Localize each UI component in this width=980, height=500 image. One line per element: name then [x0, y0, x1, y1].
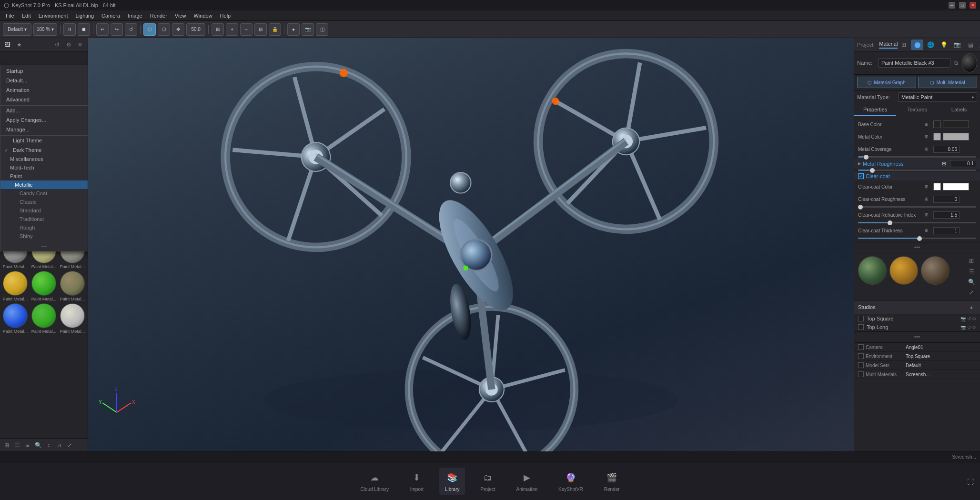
clearcoat-thickness-slider[interactable]: [858, 238, 976, 239]
metal-color-swatch[interactable]: [933, 133, 941, 140]
base-color-expand-btn[interactable]: ⊞: [922, 120, 931, 129]
undo-button[interactable]: ↩: [96, 23, 109, 36]
studio-checkbox-top-square[interactable]: [858, 316, 864, 321]
dropdown-default[interactable]: Default...: [0, 76, 88, 85]
preview-list-btn[interactable]: ☰: [967, 267, 976, 276]
clearcoat-checkbox[interactable]: ✓: [858, 173, 864, 179]
clearcoat-color-value[interactable]: [943, 183, 969, 190]
properties-more-btn[interactable]: •••: [913, 243, 921, 252]
clearcoat-color-expand-btn[interactable]: ⊞: [922, 182, 931, 191]
base-color-swatch[interactable]: [933, 120, 941, 128]
rp-tab-sphere[interactable]: ⬤: [911, 40, 923, 50]
material-duplicate-btn[interactable]: ⧉: [952, 58, 960, 68]
studio-camera-icon-2[interactable]: 📷: [960, 325, 966, 330]
dropdown-miscellaneous[interactable]: Miscellaneous: [0, 155, 88, 163]
left-panel-close-btn[interactable]: ✕: [75, 40, 85, 50]
studios-more-btn[interactable]: •••: [913, 333, 921, 341]
cam-checkbox-multimats[interactable]: [858, 371, 864, 377]
dropdown-light-theme[interactable]: Light Theme: [0, 135, 88, 145]
dropdown-traditional[interactable]: Traditional: [0, 215, 88, 223]
left-grid-view-btn[interactable]: ⊞: [2, 440, 11, 450]
left-tab-star[interactable]: ★: [14, 40, 24, 50]
material-name-input[interactable]: [878, 58, 950, 68]
dropdown-more[interactable]: •••: [0, 241, 88, 251]
move-button[interactable]: ✥: [172, 23, 184, 36]
preview-grid-btn[interactable]: ⊞: [967, 256, 976, 266]
metal-roughness-header[interactable]: ▶ Metal Roughness ⊞: [854, 159, 980, 169]
maximize-button[interactable]: □: [959, 2, 966, 9]
lock-camera-button[interactable]: 🔒: [269, 23, 281, 36]
clearcoat-refractive-expand-btn[interactable]: ⊞: [922, 210, 931, 220]
metal-coverage-slider[interactable]: [858, 156, 976, 158]
preview-sphere-forest[interactable]: [858, 256, 887, 285]
material-graph-button[interactable]: ⬡ Material Graph: [857, 77, 916, 88]
sub-tab-textures[interactable]: Textures: [896, 104, 938, 116]
rp-pin-btn[interactable]: 📌: [978, 40, 980, 49]
dropdown-advanced[interactable]: Advanced: [0, 95, 88, 104]
region-button[interactable]: ◫: [316, 23, 328, 36]
left-panel-settings-btn[interactable]: ⚙: [64, 40, 73, 50]
metal-coverage-expand-btn[interactable]: ⊞: [922, 144, 931, 154]
stop-button[interactable]: ⏹: [78, 23, 90, 36]
dropdown-apply-changes[interactable]: Apply Changes...: [0, 115, 88, 125]
left-filter-btn[interactable]: ⊿: [54, 440, 64, 450]
sub-tab-properties[interactable]: Properties: [854, 104, 896, 116]
metal-roughness-input[interactable]: [950, 160, 976, 167]
mat-type-dropdown[interactable]: Metallic Paint ▾: [898, 92, 977, 102]
clearcoat-header[interactable]: ✓ Clear-coat: [854, 172, 980, 180]
studio-checkbox-top-long[interactable]: [858, 324, 864, 330]
mat-item-gold2[interactable]: Paint Metal...: [2, 271, 29, 301]
menu-file[interactable]: File: [2, 12, 18, 20]
menu-camera[interactable]: Camera: [98, 12, 124, 20]
zoom-out-button[interactable]: −: [240, 23, 253, 36]
left-tab-image[interactable]: 🖼: [3, 40, 12, 50]
dropdown-add[interactable]: Add...: [0, 105, 88, 115]
bottom-tab-keyshotvr[interactable]: 🔮 KeyShotVR: [553, 468, 589, 495]
minimize-button[interactable]: ─: [949, 2, 955, 9]
menu-image[interactable]: Image: [124, 12, 146, 20]
render-mode-button[interactable]: ⬡: [143, 23, 156, 36]
left-search-btn[interactable]: 🔍: [33, 440, 43, 450]
bottom-tab-import[interactable]: ⬇ Import: [404, 468, 430, 495]
dropdown-candy-coat[interactable]: Candy Coat: [0, 189, 88, 198]
dropdown-startup[interactable]: Startup: [0, 66, 88, 76]
clearcoat-roughness-input[interactable]: [933, 196, 960, 203]
clearcoat-roughness-slider[interactable]: [858, 206, 976, 208]
grid-button[interactable]: ⊟: [254, 23, 267, 36]
mat-item-blue3[interactable]: Paint Metal...: [2, 303, 29, 334]
base-color-value[interactable]: [943, 120, 969, 128]
preview-sphere-rocky[interactable]: [921, 256, 950, 285]
cam-checkbox-environment[interactable]: [858, 353, 864, 359]
preview-expand-btn[interactable]: ⤢: [967, 288, 976, 297]
pause-button[interactable]: ⏸: [63, 23, 76, 36]
dropdown-shiny[interactable]: Shiny: [0, 232, 88, 240]
zoom-in-button[interactable]: +: [226, 23, 238, 36]
left-panel-refresh-btn[interactable]: ↺: [52, 40, 62, 50]
preview-search-btn[interactable]: 🔍: [967, 277, 976, 287]
menu-window[interactable]: Window: [190, 12, 216, 20]
metal-color-value[interactable]: [943, 133, 969, 140]
redo-button[interactable]: ↪: [111, 23, 123, 36]
bottom-tab-render[interactable]: 🎬 Render: [598, 468, 626, 495]
clearcoat-roughness-expand-btn[interactable]: ⊞: [922, 194, 931, 204]
studios-expand-btn[interactable]: ▲: [967, 302, 976, 312]
zoom-dropdown[interactable]: 100 % ▾: [33, 23, 57, 36]
cam-checkbox-modelsets[interactable]: [858, 362, 864, 368]
menu-environment[interactable]: Environment: [35, 12, 72, 20]
menu-view[interactable]: View: [171, 12, 190, 20]
dropdown-rough[interactable]: Rough: [0, 223, 88, 232]
mat-item-green3[interactable]: Paint Metal...: [30, 303, 57, 334]
viewport[interactable]: X Y Z: [88, 38, 854, 451]
dropdown-metallic[interactable]: Metallic: [0, 180, 88, 189]
bottom-tab-cloud-library[interactable]: ☁ Cloud Library: [354, 468, 394, 495]
studio-refresh-icon-1[interactable]: ↺: [967, 316, 971, 321]
studio-settings-icon-1[interactable]: ⚙: [972, 316, 976, 321]
clearcoat-thickness-expand-btn[interactable]: ⊞: [922, 226, 931, 235]
menu-render[interactable]: Render: [146, 12, 171, 20]
dropdown-animation[interactable]: Animation: [0, 85, 88, 95]
studio-refresh-icon-2[interactable]: ↺: [967, 325, 971, 330]
refresh-button[interactable]: ↺: [125, 23, 137, 36]
dropdown-standard[interactable]: Standard: [0, 206, 88, 215]
bottom-tab-library[interactable]: 📚 Library: [439, 468, 465, 495]
left-expand-btn[interactable]: ⤢: [65, 440, 74, 450]
